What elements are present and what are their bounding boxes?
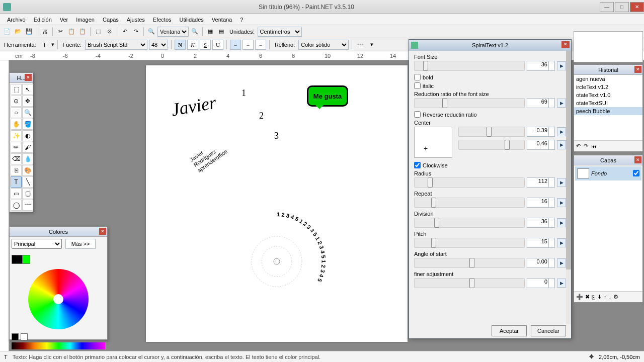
- reduction-slider[interactable]: [414, 98, 525, 108]
- tool-recolor[interactable]: 🎨: [22, 165, 33, 176]
- pitch-reset[interactable]: ▶: [557, 238, 566, 247]
- tool-eraser[interactable]: ⌫: [11, 153, 22, 164]
- color-mode-select[interactable]: Principal: [12, 239, 62, 249]
- pitch-value[interactable]: 15: [527, 238, 555, 248]
- angle-slider[interactable]: [414, 258, 525, 268]
- layer-add-icon[interactable]: ➕: [576, 294, 583, 300]
- menu-ventana[interactable]: Ventana: [208, 16, 236, 24]
- tool-rect-select[interactable]: ⬚: [11, 84, 22, 95]
- tool-pan[interactable]: ✋: [11, 119, 22, 130]
- centery-slider[interactable]: [458, 140, 525, 150]
- layer-props-icon[interactable]: ⚙: [613, 294, 618, 300]
- aceptar-button[interactable]: Aceptar: [492, 325, 527, 336]
- layer-visible-checkbox[interactable]: [633, 170, 639, 176]
- menu-imagen[interactable]: Imagen: [72, 16, 99, 24]
- underline-button[interactable]: S: [200, 40, 211, 50]
- fontsize-select[interactable]: 48: [149, 40, 168, 50]
- tool-move-sel[interactable]: ✥: [22, 96, 33, 107]
- swap-white[interactable]: [21, 333, 28, 340]
- center-preview[interactable]: +: [414, 127, 452, 158]
- primary-color-chip[interactable]: [12, 255, 23, 264]
- italic-checkbox[interactable]: [414, 82, 421, 89]
- layer-down-icon[interactable]: ↓: [609, 294, 612, 300]
- text-tool-icon[interactable]: T: [40, 40, 50, 50]
- bold-checkbox[interactable]: [414, 74, 421, 80]
- line-style-button[interactable]: 〰: [355, 40, 365, 50]
- reduction-value[interactable]: 69: [527, 98, 555, 108]
- tool-ellipse[interactable]: ◯: [11, 200, 22, 211]
- layer-dup-icon[interactable]: ⎘: [592, 294, 595, 300]
- navigator-panel[interactable]: [574, 31, 643, 62]
- tool-ellipse-sel[interactable]: ○: [11, 107, 22, 118]
- crop-button[interactable]: ⬚: [93, 27, 103, 37]
- tool-text[interactable]: T: [11, 176, 22, 188]
- fontsize-reset[interactable]: ▶: [557, 61, 566, 70]
- finer-value[interactable]: 0: [527, 278, 555, 288]
- cut-button[interactable]: ✂: [55, 27, 65, 37]
- repeat-slider[interactable]: [414, 198, 525, 208]
- history-item[interactable]: agen nueva: [574, 75, 642, 83]
- fontsize-value[interactable]: 36: [527, 61, 555, 71]
- centerx-slider[interactable]: [458, 127, 525, 137]
- canvas[interactable]: Javier 1 2 3 Me gusta Javier Rodríguez a…: [146, 65, 408, 342]
- history-item[interactable]: peech Bubble: [574, 107, 642, 115]
- deselect-button[interactable]: ⊘: [104, 27, 114, 37]
- grid-button[interactable]: ▦: [205, 27, 215, 37]
- reduction-reset[interactable]: ▶: [557, 99, 566, 108]
- tool-rect[interactable]: ▭: [11, 188, 22, 199]
- redo-button[interactable]: ↷: [131, 27, 141, 37]
- spiral-close-button[interactable]: ✕: [561, 41, 570, 48]
- tool-brush[interactable]: 🖌: [22, 142, 33, 153]
- menu-archivo[interactable]: Archivo: [3, 16, 30, 24]
- layer-up-icon[interactable]: ↑: [604, 294, 607, 300]
- zoom-icon[interactable]: 🔍: [146, 27, 156, 37]
- open-button[interactable]: 📂: [13, 27, 23, 37]
- finer-reset[interactable]: ▶: [557, 279, 566, 288]
- centerx-value[interactable]: -0.39: [527, 127, 555, 137]
- tool-rounded-rect[interactable]: ▢: [22, 188, 33, 199]
- paste-button[interactable]: 📋: [77, 27, 88, 37]
- tool-gradient[interactable]: ◐: [22, 130, 33, 141]
- close-button[interactable]: ✕: [630, 2, 644, 12]
- centery-reset[interactable]: ▶: [557, 140, 566, 149]
- layers-close-button[interactable]: ✕: [634, 156, 641, 163]
- centerx-reset[interactable]: ▶: [557, 127, 566, 136]
- division-value[interactable]: 36: [527, 218, 555, 228]
- copy-button[interactable]: 📋: [66, 27, 76, 37]
- history-close-button[interactable]: ✕: [634, 66, 641, 73]
- menu-ajustes[interactable]: Ajustes: [123, 16, 149, 24]
- tools-close-button[interactable]: ✕: [25, 74, 32, 81]
- history-item[interactable]: otateText v1.0: [574, 91, 642, 99]
- tool-line[interactable]: ╲: [22, 176, 33, 188]
- tool-freeform[interactable]: 〰: [22, 200, 33, 211]
- more-colors-button[interactable]: Más >>: [65, 239, 96, 249]
- align-right-button[interactable]: ≡: [255, 40, 266, 50]
- finer-slider[interactable]: [414, 278, 525, 288]
- bold-button[interactable]: N: [175, 40, 186, 50]
- menu-efectos[interactable]: Efectos: [149, 16, 176, 24]
- tool-pencil[interactable]: ✏: [11, 142, 22, 153]
- tool-fill[interactable]: 🪣: [22, 119, 33, 130]
- print-button[interactable]: 🖨: [40, 27, 50, 37]
- italic-button[interactable]: K: [187, 40, 198, 50]
- spiral-scrollbar[interactable]: [566, 51, 571, 324]
- save-button[interactable]: 💾: [24, 27, 34, 37]
- radius-slider[interactable]: [414, 177, 525, 188]
- angle-reset[interactable]: ▶: [557, 258, 566, 267]
- spiral-titlebar[interactable]: SpiralText v1.2 ✕: [409, 40, 571, 51]
- align-center-button[interactable]: ≡: [243, 40, 254, 50]
- ruler-button[interactable]: ▤: [216, 27, 226, 37]
- cancelar-button[interactable]: Cancelar: [531, 325, 566, 336]
- tool-lasso[interactable]: ⊙: [11, 96, 22, 107]
- tool-wand[interactable]: ✨: [11, 130, 22, 141]
- layer-delete-icon[interactable]: ✖: [585, 294, 590, 300]
- division-reset[interactable]: ▶: [557, 218, 566, 227]
- fontsize-slider[interactable]: [414, 61, 525, 71]
- zoom-actual-button[interactable]: 🔍: [190, 27, 200, 37]
- layer-row[interactable]: Fondo: [575, 166, 641, 180]
- zoom-select[interactable]: Ventana: [157, 27, 189, 37]
- color-swatches[interactable]: [12, 342, 105, 349]
- menu-edicion[interactable]: Edición: [30, 16, 56, 24]
- reverse-checkbox[interactable]: [414, 111, 421, 118]
- new-button[interactable]: 📄: [2, 27, 12, 37]
